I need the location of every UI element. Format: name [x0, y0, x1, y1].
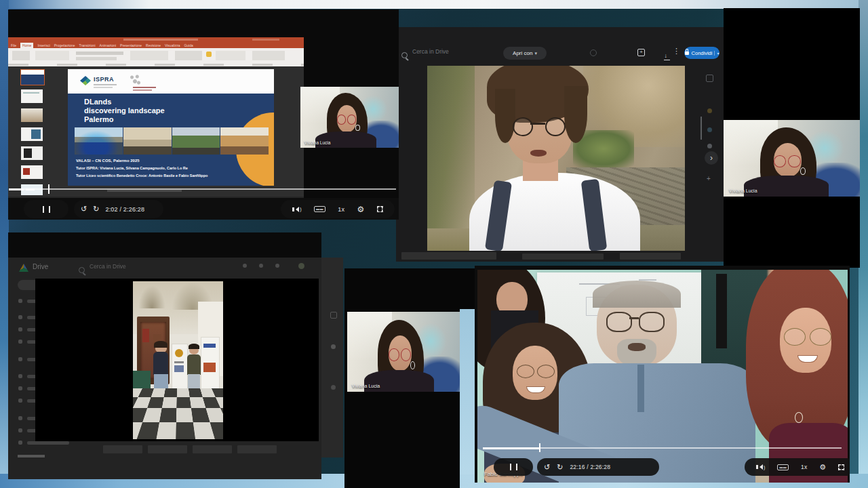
participant-name-label: Viviana Lucia — [352, 384, 380, 388]
zoom-in-icon[interactable]: + — [707, 175, 711, 182]
seek-bar[interactable] — [9, 188, 396, 190]
slide-body: DLands discovering landscape Palermo — [68, 94, 274, 186]
profile-icon[interactable] — [707, 144, 712, 148]
pause-icon[interactable] — [43, 206, 50, 213]
playback-speed[interactable]: 1x — [338, 206, 344, 213]
right-controls-pill: ) ▬▬ 1x ⚙ — [745, 458, 850, 476]
video-still-group[interactable]: Fabio Sanfilippo — [477, 270, 848, 483]
fullscreen-icon[interactable] — [838, 464, 844, 470]
captions-icon[interactable]: ▬▬ — [314, 206, 326, 212]
ppt-tab[interactable]: Revisione — [146, 43, 161, 47]
video-still-hall[interactable] — [133, 281, 223, 439]
fullscreen-icon[interactable] — [377, 206, 383, 212]
webcam-scene: Viviana Lucia — [724, 120, 860, 197]
seek-playhead[interactable] — [539, 443, 540, 452]
seek-bar-played — [483, 447, 539, 449]
participant-name-label: Viviana Lucia — [729, 188, 757, 193]
open-with-label: Apri con — [513, 50, 532, 56]
time-display: 2:02 / 2:26:28 — [105, 206, 144, 213]
video-still-cliff[interactable] — [427, 66, 685, 251]
portrait-video-area — [35, 279, 319, 441]
search-icon[interactable] — [401, 52, 408, 58]
rail-icon-dot — [331, 385, 336, 390]
ispra-logo-text: ISPRA — [94, 76, 114, 83]
drive-search-placeholder[interactable]: Cerca in Drive — [90, 263, 126, 270]
share-lock-icon — [685, 52, 689, 55]
slide-subtitle: VALASI – CN COS, Palermo 2025 — [76, 159, 208, 163]
bg-right-strip — [859, 0, 868, 488]
pause-pill — [24, 200, 68, 218]
next-file-button[interactable]: › — [705, 151, 718, 165]
slide-title-line1: DLands — [84, 98, 165, 106]
ppt-tab[interactable]: Progettazione — [54, 43, 75, 47]
ppt-tab[interactable]: Guida — [184, 43, 193, 47]
pause-icon[interactable] — [510, 464, 517, 470]
details-panel-icon[interactable] — [706, 75, 713, 82]
ppt-tab[interactable]: Inserisci — [37, 43, 50, 47]
slide-title-line2: discovering landscape — [84, 106, 165, 115]
ppt-tab-file[interactable]: File — [11, 43, 16, 47]
webcam-viviana-middle: Viviana Lucia — [347, 312, 460, 392]
ispra-logo-icon — [80, 76, 91, 85]
ppt-tab[interactable]: Transizioni — [79, 43, 96, 47]
webcam-scene: Viviana Lucia — [300, 87, 399, 148]
forward-10-icon[interactable]: ↻ — [93, 205, 99, 214]
settings-gear-icon[interactable]: ⚙ — [357, 205, 365, 214]
meet-window-right: Viviana Lucia — [724, 8, 860, 268]
slide-photo-4 — [220, 127, 269, 155]
download-icon[interactable]: ↓ — [664, 52, 667, 59]
video-player-top: File Home Inserisci Progettazione Transi… — [8, 9, 399, 220]
drive-viewer-header: Cerca in Drive Apri con ▾ + ↓ ⋮ Condivid… — [396, 41, 724, 66]
playback-speed[interactable]: 1x — [801, 464, 807, 470]
rail-icon-person — [331, 344, 336, 349]
collage-stage: Cerca in Drive Apri con ▾ + ↓ ⋮ Condivid… — [0, 0, 868, 488]
settings-gear-icon[interactable]: ⚙ — [819, 463, 826, 472]
add-to-drive-icon[interactable]: + — [637, 49, 645, 56]
transport-pill: ↺ ↻ 2:02 / 2:26:28 — [74, 200, 163, 218]
share-caret-icon: ▾ — [714, 51, 719, 56]
rail-dot-blue — [707, 127, 712, 132]
captions-icon[interactable]: ▬▬ — [777, 464, 789, 470]
ppt-titlebar — [8, 37, 304, 42]
drive-search-placeholder[interactable]: Cerca in Drive — [412, 48, 449, 55]
open-with-button[interactable]: Apri con ▾ — [503, 47, 547, 60]
volume-icon[interactable]: ) — [756, 464, 765, 470]
ppt-thumbnail-panel[interactable] — [19, 68, 46, 197]
forward-10-icon[interactable]: ↻ — [557, 463, 563, 472]
webcam-viviana-right: Viviana Lucia — [724, 120, 860, 197]
seek-playhead[interactable] — [48, 184, 50, 194]
slide-photo-2 — [123, 127, 172, 155]
bg-gap-strip — [460, 309, 476, 474]
rail-dot-yellow — [707, 108, 712, 113]
ppt-tab[interactable]: Visualizza — [165, 43, 180, 47]
slide-photo-1 — [75, 127, 123, 155]
ppt-ribbon-tabs: File Home Inserisci Progettazione Transi… — [8, 42, 304, 48]
ppt-tab[interactable]: Animazioni — [100, 43, 116, 47]
more-options-icon[interactable]: ⋮ — [673, 47, 680, 56]
ppt-content: ISPRA DLands discovering landscape — [8, 66, 304, 197]
powerpoint-window: File Home Inserisci Progettazione Transi… — [8, 37, 304, 202]
next-icon: › — [710, 155, 713, 161]
slide-header: ISPRA — [68, 69, 274, 94]
rewind-10-icon[interactable]: ↺ — [81, 205, 87, 214]
partner-logo-icon — [127, 73, 142, 87]
pause-pill — [494, 458, 533, 476]
slide-photo-strip — [75, 127, 269, 155]
clock-icon — [590, 49, 597, 56]
search-icon[interactable] — [79, 267, 85, 273]
side-rail — [321, 258, 343, 458]
ppt-tab[interactable]: Presentazione — [120, 43, 142, 47]
rail-icon-square — [330, 312, 337, 319]
volume-icon[interactable]: ) — [292, 207, 301, 212]
condividi-button[interactable]: Condividi ▾ — [684, 47, 719, 59]
right-controls-pill: ) ▬▬ 1x ⚙ — [281, 200, 395, 218]
rewind-10-icon[interactable]: ↺ — [544, 463, 550, 472]
webcam-viviana-top: Viviana Lucia — [300, 87, 399, 148]
slide-photo-3 — [172, 127, 220, 155]
seek-buffer-dash — [26, 188, 35, 190]
scrollbar[interactable] — [701, 117, 702, 140]
slide-title-line3: Palermo — [84, 115, 165, 124]
condividi-label: Condividi — [692, 50, 713, 56]
time-display: 22:16 / 2:26:28 — [570, 464, 610, 470]
ppt-tab-home[interactable]: Home — [20, 43, 33, 48]
